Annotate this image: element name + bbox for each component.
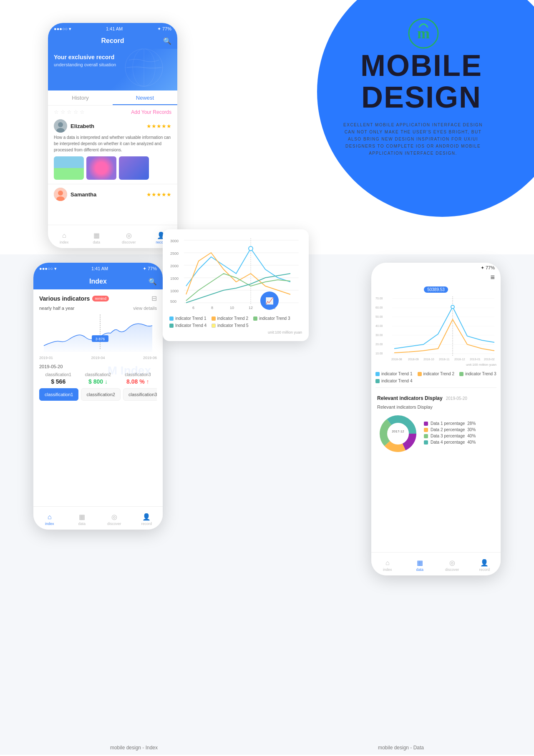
index-home-icon: ⌂ bbox=[33, 513, 66, 521]
data-legend-color-4 bbox=[375, 379, 380, 383]
legend-label-5: indicator Trend 5 bbox=[217, 323, 249, 328]
index-data-icon: ▦ bbox=[66, 513, 98, 521]
data-nav-data[interactable]: ▦ data bbox=[404, 556, 436, 572]
svg-text:50.00: 50.00 bbox=[375, 315, 383, 318]
index-status-time: 1:41 AM bbox=[91, 266, 108, 271]
view-details-link[interactable]: view details bbox=[133, 306, 157, 311]
svg-text:40.00: 40.00 bbox=[375, 324, 383, 327]
svg-text:3000: 3000 bbox=[170, 239, 179, 243]
class-btn-2[interactable]: classification2 bbox=[81, 388, 120, 401]
donut-item-1: Data 1 percentage 28% bbox=[424, 421, 495, 426]
legend-color-5 bbox=[212, 324, 216, 328]
svg-text:2019-01: 2019-01 bbox=[470, 358, 481, 361]
bottom-section: 3000 2500 2000 1500 1000 500 6 8 10 12 bbox=[0, 254, 534, 755]
svg-point-5 bbox=[58, 122, 63, 127]
class-label-1: classification1 bbox=[39, 372, 77, 377]
legend-color-3 bbox=[253, 316, 257, 321]
phone-record-mockup: ●●●○○ ▾ 1:41 AM ✦ 77% Record 🔍 Your excl… bbox=[48, 23, 177, 248]
brand-area: m MOBILE DESIGN EXCELLENT MOBILE APPLICA… bbox=[342, 17, 501, 157]
indicators-row: Various indicators remind ⊟ bbox=[39, 294, 157, 302]
class-btn-3[interactable]: classification3 bbox=[123, 388, 157, 401]
nav-discover[interactable]: ◎ discover bbox=[113, 229, 145, 244]
svg-text:3 876: 3 876 bbox=[96, 337, 105, 341]
reviewer-name-1: Elizabeth bbox=[71, 123, 94, 129]
index-nav-index[interactable]: ⌂ index bbox=[33, 511, 66, 526]
donut-value-4: 40% bbox=[467, 440, 476, 445]
index-nav-discover[interactable]: ◎ discover bbox=[98, 510, 131, 526]
data-nav-record[interactable]: 👤 record bbox=[469, 556, 501, 572]
class-btn-1[interactable]: classification1 bbox=[39, 388, 78, 401]
page-bottom-labels: mobile design - Index mobile design - Da… bbox=[0, 745, 534, 751]
data-discover-icon: ◎ bbox=[436, 559, 469, 567]
data-data-icon: ▦ bbox=[404, 559, 436, 567]
legend-label-4: Indicator Trend 4 bbox=[175, 323, 207, 328]
index-record-icon: 👤 bbox=[131, 513, 163, 521]
svg-text:2500: 2500 bbox=[170, 251, 179, 256]
index-nav-record[interactable]: 👤 record bbox=[131, 510, 163, 526]
add-records-link[interactable]: Add Your Records bbox=[131, 109, 171, 115]
phone-data-mockup: ✦ 77% ≡ 50389.53 70.00 60.00 50.00 40.00… bbox=[371, 263, 501, 575]
svg-text:60.00: 60.00 bbox=[375, 306, 383, 309]
donut-item-2: Data 2 percentage 30% bbox=[424, 427, 495, 432]
indicators-title: Various indicators bbox=[39, 295, 90, 302]
donut-color-3 bbox=[424, 434, 428, 438]
stars-row: ☆ ☆ ☆ ☆ ☆ Add Your Records bbox=[48, 105, 177, 117]
index-search-icon[interactable]: 🔍 bbox=[149, 278, 157, 286]
data-legend-color-1 bbox=[375, 372, 380, 376]
svg-text:1000: 1000 bbox=[170, 289, 179, 293]
empty-stars: ☆ ☆ ☆ ☆ ☆ bbox=[54, 109, 85, 115]
hamburger-icon[interactable]: ≡ bbox=[490, 273, 495, 282]
legend-item-2: indicator Trend 2 bbox=[212, 316, 249, 321]
donut-item-3: Data 3 percentage 40% bbox=[424, 434, 495, 438]
data-icon: ▦ bbox=[81, 231, 113, 239]
date-label-2: 2019-06 bbox=[143, 356, 157, 360]
svg-point-52 bbox=[451, 305, 454, 309]
data-legend-3: indicator Trend 3 bbox=[459, 372, 496, 376]
tab-newest[interactable]: Newest bbox=[113, 90, 177, 105]
data-nav-discover[interactable]: ◎ discover bbox=[436, 556, 469, 572]
donut-item-4: Data 4 percentage 40% bbox=[424, 440, 495, 445]
bottom-label-left: mobile design - Index bbox=[110, 745, 158, 751]
review-photo-1 bbox=[54, 156, 84, 180]
avatar-elizabeth bbox=[54, 119, 67, 133]
legend-item-3: indicator Trend 3 bbox=[253, 316, 290, 321]
data-legend-1: indicator Trend 1 bbox=[375, 372, 413, 376]
donut-color-1 bbox=[424, 422, 428, 426]
svg-text:2019-02: 2019-02 bbox=[484, 358, 495, 361]
index-bottom-nav: ⌂ index ▦ data ◎ discover 👤 record bbox=[33, 506, 163, 530]
svg-point-8 bbox=[58, 191, 63, 196]
tab-history[interactable]: History bbox=[48, 90, 113, 105]
donut-chart-area: 2017-12 Data 1 percentage 28% Data 2 per… bbox=[377, 413, 495, 455]
legend-item-4: Indicator Trend 4 bbox=[169, 323, 207, 328]
class-value-2: $ 800 ↓ bbox=[79, 378, 117, 385]
nav-index[interactable]: ⌂ index bbox=[48, 229, 81, 244]
review-photos bbox=[54, 156, 171, 180]
brand-description: EXCELLENT MOBILE APPLICATION INTERFACE D… bbox=[342, 121, 484, 157]
filter-icon[interactable]: ⊟ bbox=[151, 294, 157, 302]
index-status-right: ✦ 77% bbox=[143, 266, 157, 271]
relevant-subtitle: Relevant indicators Display bbox=[377, 404, 495, 409]
record-tabs: History Newest bbox=[48, 90, 177, 105]
svg-text:70.00: 70.00 bbox=[375, 297, 383, 300]
index-nav-data[interactable]: ▦ data bbox=[66, 510, 98, 526]
svg-text:2000: 2000 bbox=[170, 264, 179, 268]
data-legend-label-2: indicator Trend 2 bbox=[423, 372, 455, 376]
index-body: Various indicators remind ⊟ nearly half … bbox=[33, 289, 163, 408]
nav-data[interactable]: ▦ data bbox=[81, 229, 113, 244]
chart-card: 3000 2500 2000 1500 1000 500 6 8 10 12 bbox=[163, 229, 309, 341]
m-index-watermark: M Index bbox=[108, 364, 151, 377]
relevant-date: 2019-05-20 bbox=[446, 396, 467, 401]
class-value-3: 8.08 % ↑ bbox=[119, 378, 157, 385]
legend-color-4 bbox=[169, 324, 174, 328]
data-legend-label-4: indicator Trend 4 bbox=[381, 379, 413, 383]
phone-index-mockup: ●●●○○ ▾ 1:41 AM ✦ 77% Index 🔍 Various in… bbox=[33, 263, 163, 530]
data-nav-index[interactable]: ⌂ index bbox=[371, 557, 404, 572]
status-right: ✦ 77% bbox=[157, 26, 171, 32]
data-status-right: ✦ 77% bbox=[481, 265, 495, 271]
svg-text:30.00: 30.00 bbox=[375, 334, 383, 337]
svg-text:20.00: 20.00 bbox=[375, 343, 383, 346]
svg-text:12: 12 bbox=[249, 306, 253, 310]
donut-chart: 2017-12 bbox=[377, 413, 419, 455]
search-icon[interactable]: 🔍 bbox=[163, 37, 171, 45]
data-legend: indicator Trend 1 indicator Trend 2 indi… bbox=[371, 370, 501, 385]
